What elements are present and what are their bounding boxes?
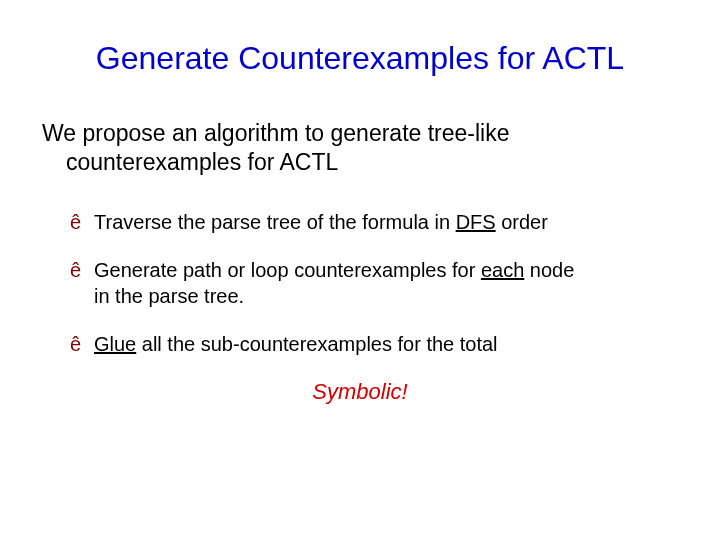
- bullet-text-post: order: [496, 211, 548, 233]
- bullet-item: ê Glue all the sub-counterexamples for t…: [70, 331, 680, 357]
- arrow-down-right-icon: ê: [70, 257, 81, 283]
- arrow-down-right-icon: ê: [70, 209, 81, 235]
- intro-line-1: We propose an algorithm to generate tree…: [42, 120, 510, 146]
- bullet-text-post: node: [524, 259, 574, 281]
- bullet-text-cont: in the parse tree.: [94, 283, 680, 309]
- intro-line-2: counterexamples for ACTL: [42, 148, 680, 177]
- bullet-text-pre: Traverse the parse tree of the formula i…: [94, 211, 456, 233]
- callout-text: Symbolic!: [40, 379, 680, 405]
- arrow-down-right-icon: ê: [70, 331, 81, 357]
- bullet-text-underline: Glue: [94, 333, 136, 355]
- slide-title: Generate Counterexamples for ACTL: [40, 40, 680, 77]
- bullet-text-pre: Generate path or loop counterexamples fo…: [94, 259, 481, 281]
- bullet-text-post: all the sub-counterexamples for the tota…: [136, 333, 497, 355]
- bullet-text-underline: each: [481, 259, 524, 281]
- bullet-list: ê Traverse the parse tree of the formula…: [40, 209, 680, 357]
- bullet-item: ê Traverse the parse tree of the formula…: [70, 209, 680, 235]
- bullet-text-underline: DFS: [456, 211, 496, 233]
- intro-text: We propose an algorithm to generate tree…: [40, 119, 680, 177]
- bullet-item: ê Generate path or loop counterexamples …: [70, 257, 680, 309]
- slide: Generate Counterexamples for ACTL We pro…: [0, 0, 720, 540]
